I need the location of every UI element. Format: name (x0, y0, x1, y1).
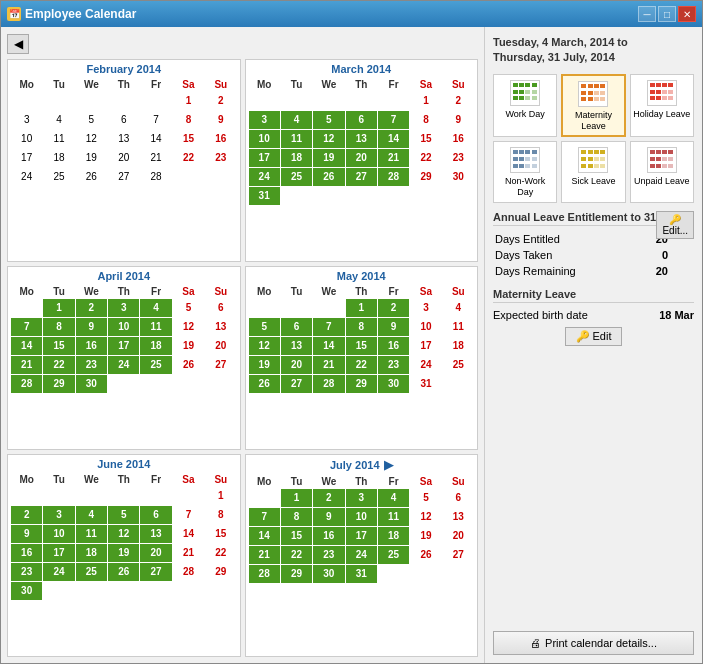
cal-cell: 25 (140, 356, 171, 374)
cal-cell: 2 (313, 489, 344, 507)
prev-button[interactable]: ◀ (7, 34, 29, 54)
legend-grid: Work DayMaternity LeaveHoliday LeaveNon-… (493, 74, 694, 203)
cal-cell: 31 (249, 187, 280, 205)
cal-cell: 30 (443, 168, 474, 186)
cal-cell: 3 (108, 299, 139, 317)
cal-cell: 15 (43, 337, 74, 355)
cal-cell: 18 (140, 337, 171, 355)
cal-cell (11, 92, 42, 110)
cal-cell: 13 (108, 130, 139, 148)
print-button[interactable]: 🖨 Print calendar details... (493, 631, 694, 655)
legend-item-non-work-day[interactable]: Non-Work Day (493, 141, 557, 203)
cal-cell: 11 (443, 318, 474, 336)
cal-cell: 7 (249, 508, 280, 526)
cal-cell: 26 (173, 356, 204, 374)
cal-cell (43, 487, 74, 505)
right-panel: Tuesday, 4 March, 2014 to Thursday, 31 J… (484, 27, 702, 663)
cal-cell: 4 (140, 299, 171, 317)
cal-cell: 23 (443, 149, 474, 167)
key-icon: 🔑 (576, 330, 590, 343)
cal-header-Sa: Sa (173, 473, 204, 486)
cal-cell: 21 (378, 149, 409, 167)
cal-cell: 18 (378, 527, 409, 545)
minimize-button[interactable]: ─ (638, 6, 656, 22)
legend-icon-work-day (509, 79, 541, 107)
legend-item-sick-leave[interactable]: Sick Leave (561, 141, 625, 203)
cal-cell: 29 (43, 375, 74, 393)
close-button[interactable]: ✕ (678, 6, 696, 22)
cal-cell: 6 (443, 489, 474, 507)
cal-header-Su: Su (443, 285, 474, 298)
cal-cell: 30 (313, 565, 344, 583)
cal-cell: 26 (313, 168, 344, 186)
cal-cell: 26 (249, 375, 280, 393)
cal-cell: 20 (443, 527, 474, 545)
cal-cell: 3 (249, 111, 280, 129)
legend-item-holiday-leave[interactable]: Holiday Leave (630, 74, 694, 138)
cal-cell: 18 (443, 337, 474, 355)
cal-cell: 30 (378, 375, 409, 393)
cal-cell: 24 (108, 356, 139, 374)
cal-cell: 11 (76, 525, 107, 543)
cal-cell: 25 (443, 356, 474, 374)
cal-header-Mo: Mo (249, 78, 280, 91)
days-entitled-label: Days Entitled (495, 232, 630, 246)
cal-cell: 25 (281, 168, 312, 186)
maternity-edit-button[interactable]: 🔑 Edit (565, 327, 623, 346)
days-taken-value: 0 (632, 248, 692, 262)
cal-header-Sa: Sa (410, 285, 441, 298)
cal-cell: 3 (43, 506, 74, 524)
next-month-button[interactable]: ▶ (384, 458, 393, 472)
cal-header-Tu: Tu (281, 78, 312, 91)
cal-cell: 12 (108, 525, 139, 543)
cal-cell (249, 489, 280, 507)
cal-cell (108, 487, 139, 505)
cal-cell: 23 (378, 356, 409, 374)
cal-cell: 3 (346, 489, 377, 507)
cal-cell (313, 187, 344, 205)
cal-header-Tu: Tu (43, 285, 74, 298)
cal-cell (173, 168, 204, 186)
birth-date-value: 18 Mar (659, 309, 694, 321)
cal-cell: 9 (76, 318, 107, 336)
legend-label-work-day: Work Day (505, 109, 544, 120)
cal-cell: 22 (281, 546, 312, 564)
legend-item-maternity-leave[interactable]: Maternity Leave (561, 74, 625, 138)
maximize-button[interactable]: □ (658, 6, 676, 22)
cal-cell (140, 487, 171, 505)
cal-header-Su: Su (205, 473, 236, 486)
cal-cell: 19 (313, 149, 344, 167)
cal-cell: 5 (313, 111, 344, 129)
cal-cell (76, 92, 107, 110)
app-icon: 📅 (7, 7, 21, 21)
cal-header-Su: Su (443, 78, 474, 91)
cal-header-We: We (76, 473, 107, 486)
cal-cell: 4 (378, 489, 409, 507)
annual-edit-button[interactable]: 🔑 Edit... (656, 211, 694, 239)
cal-cell (378, 565, 409, 583)
legend-item-work-day[interactable]: Work Day (493, 74, 557, 138)
cal-cell: 20 (140, 544, 171, 562)
cal-cell: 16 (443, 130, 474, 148)
cal-header-We: We (76, 285, 107, 298)
cal-header-Sa: Sa (410, 78, 441, 91)
cal-header-Mo: Mo (249, 285, 280, 298)
cal-header-Fr: Fr (140, 473, 171, 486)
window-controls: ─ □ ✕ (638, 6, 696, 22)
legend-item-unpaid-leave[interactable]: Unpaid Leave (630, 141, 694, 203)
cal-header-Th: Th (346, 475, 377, 488)
cal-grid-5: MoTuWeThFrSaSu12345678910111213141516171… (249, 475, 475, 583)
cal-cell: 5 (173, 299, 204, 317)
cal-cell (346, 92, 377, 110)
cal-cell: 8 (281, 508, 312, 526)
cal-cell (410, 565, 441, 583)
cal-cell: 1 (205, 487, 236, 505)
cal-cell: 27 (108, 168, 139, 186)
legend-icon-sick-leave (577, 146, 609, 174)
cal-cell (205, 375, 236, 393)
date-range: Tuesday, 4 March, 2014 to Thursday, 31 J… (493, 35, 694, 66)
cal-cell: 1 (346, 299, 377, 317)
cal-cell: 14 (11, 337, 42, 355)
cal-header-Mo: Mo (11, 285, 42, 298)
cal-cell: 20 (108, 149, 139, 167)
